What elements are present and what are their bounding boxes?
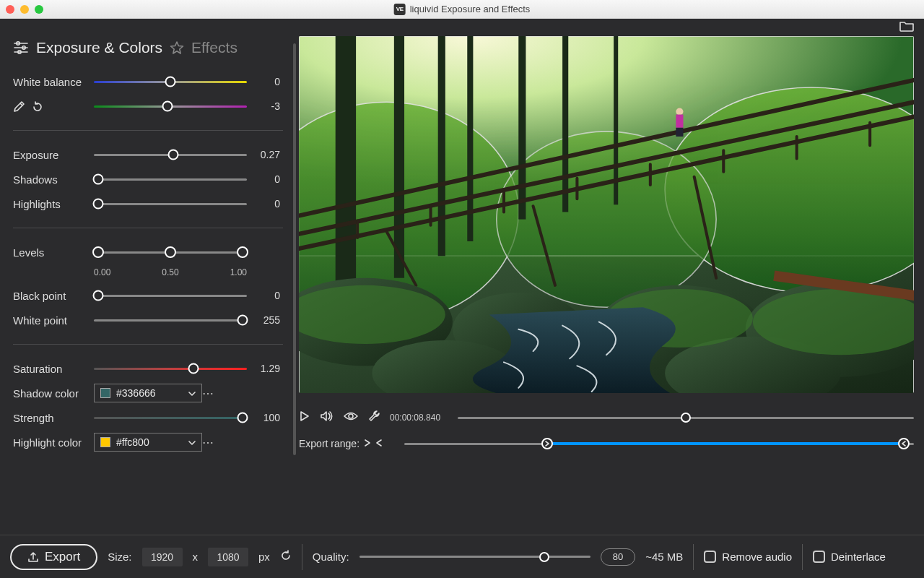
wb-tint-value: -3 [247, 100, 283, 112]
deinterlace-checkbox[interactable]: Deinterlace [813, 551, 886, 563]
highlights-value: 0 [247, 198, 283, 210]
wb-tint-slider[interactable] [94, 99, 247, 113]
strength-value: 100 [247, 412, 283, 423]
reset-size-icon[interactable] [280, 550, 292, 564]
exposure-value: 0.27 [247, 149, 283, 160]
whitepoint-value: 255 [247, 314, 283, 326]
exposure-label: Exposure [13, 149, 94, 161]
playback-time: 00:00:08.840 [390, 413, 448, 423]
quality-label: Quality: [313, 551, 349, 563]
shadowcolor-dropdown[interactable]: #336666 [94, 384, 202, 402]
svg-rect-12 [518, 36, 526, 220]
shadows-value: 0 [247, 173, 283, 185]
divider [302, 544, 302, 570]
app-icon: VE [394, 4, 406, 15]
svg-rect-8 [336, 36, 356, 285]
svg-rect-13 [562, 36, 568, 212]
blackpoint-value: 0 [247, 290, 283, 301]
window-minimize-button[interactable] [20, 5, 29, 14]
shadows-slider[interactable] [94, 172, 247, 186]
wb-temp-value: 0 [247, 76, 283, 87]
remove-audio-checkbox[interactable]: Remove audio [704, 551, 792, 563]
chevron-down-icon [188, 436, 196, 448]
sliders-icon [13, 40, 29, 55]
size-label: Size: [108, 551, 131, 563]
strength-label: Strength [13, 412, 94, 424]
export-button[interactable]: Export [10, 544, 97, 570]
saturation-slider[interactable] [94, 361, 247, 376]
saturation-label: Saturation [13, 363, 94, 375]
filesize-estimate: ~45 MB [645, 551, 683, 563]
tab-effects[interactable]: Effects [191, 39, 237, 56]
saturation-value: 1.29 [247, 363, 283, 374]
chevron-down-icon [188, 387, 196, 399]
whitepoint-slider[interactable] [94, 313, 247, 327]
svg-point-28 [349, 414, 353, 418]
exposure-slider[interactable] [94, 147, 247, 162]
size-x: x [193, 551, 199, 563]
whitepoint-label: White point [13, 314, 94, 327]
play-icon[interactable] [299, 410, 310, 425]
playback-timeline[interactable] [458, 411, 914, 424]
shadows-label: Shadows [13, 173, 94, 186]
app-topbar [0, 19, 924, 36]
quality-value[interactable]: 80 [601, 548, 635, 566]
eye-icon[interactable] [344, 411, 358, 424]
window-close-button[interactable] [6, 5, 14, 14]
reset-wb-icon[interactable] [32, 101, 43, 115]
volume-icon[interactable] [321, 410, 334, 425]
blackpoint-label: Black point [13, 290, 94, 302]
eyedropper-icon[interactable] [13, 101, 25, 115]
divider [693, 544, 694, 570]
blackpoint-slider[interactable] [94, 288, 247, 303]
divider [13, 130, 283, 131]
quality-slider[interactable] [359, 551, 590, 564]
highlightcolor-more-button[interactable]: ⋯ [202, 436, 214, 449]
divider [802, 544, 803, 570]
controls-sidebar: Exposure & Colors Effects White balance … [0, 36, 296, 535]
height-input[interactable] [208, 548, 248, 566]
divider [13, 228, 283, 228]
range-start-icon[interactable] [364, 438, 371, 449]
svg-point-7 [497, 131, 716, 307]
levels-hi: 1.00 [230, 267, 247, 277]
star-icon [170, 40, 184, 55]
wrench-icon[interactable] [368, 410, 380, 425]
strength-slider[interactable] [94, 410, 247, 425]
export-range-slider[interactable] [404, 437, 914, 450]
divider [13, 344, 283, 345]
tab-exposure-colors[interactable]: Exposure & Colors [36, 39, 162, 56]
window-zoom-button[interactable] [35, 5, 43, 14]
svg-point-15 [676, 108, 683, 115]
width-input[interactable] [142, 548, 183, 566]
window-titlebar: VE liquivid Exposure and Effects [0, 0, 924, 19]
export-bar: Export Size: x px Quality: 80 ~45 MB Rem… [0, 535, 924, 578]
video-preview[interactable] [299, 36, 914, 393]
svg-rect-16 [676, 115, 683, 128]
shadowcolor-more-button[interactable]: ⋯ [202, 387, 214, 400]
highlights-label: Highlights [13, 198, 94, 210]
window-title: VE liquivid Exposure and Effects [394, 4, 531, 15]
folder-open-icon[interactable] [899, 20, 914, 35]
range-end-icon[interactable] [375, 438, 383, 449]
highlightcolor-label: Highlight color [13, 436, 94, 449]
highlightcolor-dropdown[interactable]: #ffc800 [94, 433, 202, 452]
levels-slider[interactable] [94, 245, 247, 259]
px-label: px [258, 551, 270, 563]
scrollbar[interactable] [293, 43, 296, 455]
svg-rect-9 [394, 36, 404, 278]
levels-label: Levels [13, 246, 94, 259]
preview-scene [299, 36, 914, 393]
highlights-slider[interactable] [94, 197, 247, 211]
white-balance-label: White balance [13, 76, 94, 88]
levels-mid: 0.50 [162, 267, 178, 277]
shadowcolor-label: Shadow color [13, 387, 94, 400]
svg-rect-10 [438, 36, 445, 256]
levels-lo: 0.00 [94, 267, 110, 277]
export-range-label: Export range: [299, 438, 359, 449]
wb-temp-slider[interactable] [94, 74, 247, 89]
svg-rect-17 [676, 128, 683, 137]
